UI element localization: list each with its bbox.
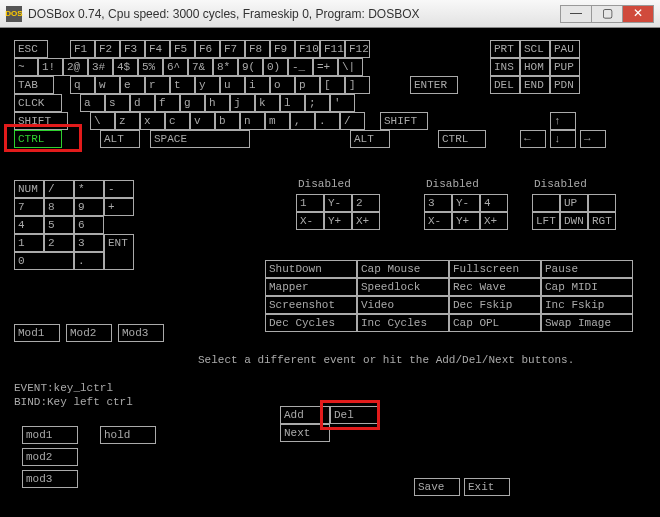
numpad-enter[interactable]: ENT	[104, 234, 134, 270]
func-1-1[interactable]: Speedlock	[357, 278, 449, 296]
key-row4-7[interactable]: j	[230, 94, 255, 112]
func-0-1[interactable]: Cap Mouse	[357, 260, 449, 278]
key-row3-11[interactable]: [	[320, 76, 345, 94]
del-button[interactable]: Del	[330, 406, 380, 424]
numpad-+[interactable]: +	[104, 198, 134, 216]
key-lshift[interactable]: SHIFT	[14, 112, 68, 130]
joy2-c5[interactable]: X+	[480, 212, 508, 230]
key-capslock[interactable]: CLCK	[14, 94, 62, 112]
key-row3-7[interactable]: u	[220, 76, 245, 94]
key-row2-6[interactable]: 6^	[163, 58, 188, 76]
key-ins[interactable]: INS	[490, 58, 520, 76]
mod-bot-3[interactable]: mod3	[22, 470, 78, 488]
minimize-button[interactable]: —	[560, 5, 592, 23]
save-button[interactable]: Save	[414, 478, 460, 496]
func-1-2[interactable]: Rec Wave	[449, 278, 541, 296]
numpad-4[interactable]: 4	[14, 216, 44, 234]
key-arrow-left[interactable]: ←	[520, 130, 546, 148]
func-3-1[interactable]: Inc Cycles	[357, 314, 449, 332]
key-row4-8[interactable]: k	[255, 94, 280, 112]
func-2-3[interactable]: Inc Fskip	[541, 296, 633, 314]
numpad-hdr-3[interactable]: -	[104, 180, 134, 198]
joy3-c1[interactable]: UP	[560, 194, 588, 212]
key-row2-5[interactable]: 5%	[138, 58, 163, 76]
numpad-6[interactable]: 6	[74, 216, 104, 234]
numpad-7[interactable]: 7	[14, 198, 44, 216]
joy1-c1[interactable]: Y-	[324, 194, 352, 212]
key-row5-6[interactable]: b	[215, 112, 240, 130]
key-lalt[interactable]: ALT	[100, 130, 140, 148]
key-row5-2[interactable]: z	[115, 112, 140, 130]
key-row5-5[interactable]: v	[190, 112, 215, 130]
key-row3-10[interactable]: p	[295, 76, 320, 94]
func-2-2[interactable]: Dec Fskip	[449, 296, 541, 314]
joy1-c0[interactable]: 1	[296, 194, 324, 212]
numpad-hdr-2[interactable]: *	[74, 180, 104, 198]
joy2-c2[interactable]: 4	[480, 194, 508, 212]
numpad-8[interactable]: 8	[44, 198, 74, 216]
key-row3-4[interactable]: r	[145, 76, 170, 94]
key-row3-1[interactable]: q	[70, 76, 95, 94]
key-row3-3[interactable]: e	[120, 76, 145, 94]
add-button[interactable]: Add	[280, 406, 330, 424]
key-row4-1[interactable]: a	[80, 94, 105, 112]
key-pup[interactable]: PUP	[550, 58, 580, 76]
key-row2-9[interactable]: 9(	[238, 58, 263, 76]
func-3-3[interactable]: Swap Image	[541, 314, 633, 332]
key-ralt[interactable]: ALT	[350, 130, 390, 148]
mod-bot-2[interactable]: mod2	[22, 448, 78, 466]
key-arrow-up[interactable]: ↑	[550, 112, 576, 130]
key-row4-3[interactable]: d	[130, 94, 155, 112]
func-3-0[interactable]: Dec Cycles	[265, 314, 357, 332]
key-f3[interactable]: F3	[120, 40, 145, 58]
key-f10[interactable]: F10	[295, 40, 320, 58]
key-pdn[interactable]: PDN	[550, 76, 580, 94]
mod-top-1[interactable]: Mod1	[14, 324, 60, 342]
key-rctrl[interactable]: CTRL	[438, 130, 486, 148]
key-row5-7[interactable]: n	[240, 112, 265, 130]
key-lctrl[interactable]: CTRL	[14, 130, 62, 148]
joy3-c5[interactable]: RGT	[588, 212, 616, 230]
joy1-c2[interactable]: 2	[352, 194, 380, 212]
key-end[interactable]: END	[520, 76, 550, 94]
numpad-5[interactable]: 5	[44, 216, 74, 234]
func-1-0[interactable]: Mapper	[265, 278, 357, 296]
key-arrow-right[interactable]: →	[580, 130, 606, 148]
key-row5-8[interactable]: m	[265, 112, 290, 130]
hold-toggle[interactable]: hold	[100, 426, 156, 444]
key-row2-1[interactable]: 1!	[38, 58, 63, 76]
key-row4-6[interactable]: h	[205, 94, 230, 112]
key-row4-2[interactable]: s	[105, 94, 130, 112]
func-2-0[interactable]: Screenshot	[265, 296, 357, 314]
joy2-c3[interactable]: X-	[424, 212, 452, 230]
numpad-1[interactable]: 1	[14, 234, 44, 252]
key-row3-12[interactable]: ]	[345, 76, 370, 94]
func-3-2[interactable]: Cap OPL	[449, 314, 541, 332]
key-row2-4[interactable]: 4$	[113, 58, 138, 76]
mod-bot-1[interactable]: mod1	[22, 426, 78, 444]
key-prt[interactable]: PRT	[490, 40, 520, 58]
func-0-2[interactable]: Fullscreen	[449, 260, 541, 278]
key-hom[interactable]: HOM	[520, 58, 550, 76]
key-scl[interactable]: SCL	[520, 40, 550, 58]
key-tab[interactable]: TAB	[14, 76, 54, 94]
key-row2-8[interactable]: 8*	[213, 58, 238, 76]
key-arrow-down[interactable]: ↓	[550, 130, 576, 148]
numpad-2[interactable]: 2	[44, 234, 74, 252]
key-row4-11[interactable]: '	[330, 94, 355, 112]
numpad-9[interactable]: 9	[74, 198, 104, 216]
key-row5-11[interactable]: /	[340, 112, 365, 130]
key-f5[interactable]: F5	[170, 40, 195, 58]
key-row2-12[interactable]: =+	[313, 58, 338, 76]
numpad-dot[interactable]: .	[74, 252, 104, 270]
key-row5-3[interactable]: x	[140, 112, 165, 130]
func-0-0[interactable]: ShutDown	[265, 260, 357, 278]
key-f8[interactable]: F8	[245, 40, 270, 58]
joy1-c5[interactable]: X+	[352, 212, 380, 230]
key-row2-13[interactable]: \|	[338, 58, 363, 76]
key-row3-8[interactable]: i	[245, 76, 270, 94]
key-row3-5[interactable]: t	[170, 76, 195, 94]
key-row5-9[interactable]: ,	[290, 112, 315, 130]
joy3-c2[interactable]	[588, 194, 616, 212]
joy2-c4[interactable]: Y+	[452, 212, 480, 230]
